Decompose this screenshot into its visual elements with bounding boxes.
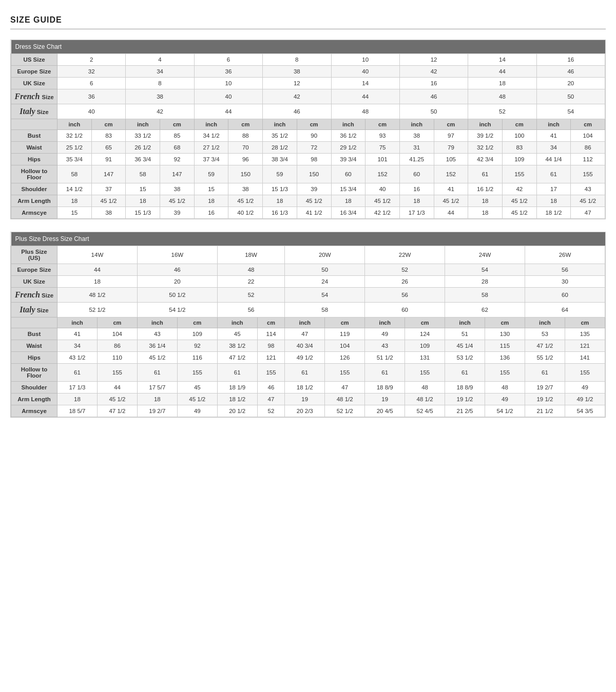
waist-label: Waist — [11, 142, 57, 154]
dress-chart-title: Dress Size Chart — [11, 40, 605, 54]
subheader-cm-1: cm — [91, 119, 126, 130]
plus-armscye-label: Armscye — [11, 405, 57, 417]
subheader-cm-8: cm — [571, 119, 605, 130]
table-row: UK Size 6 8 10 12 14 16 18 20 — [11, 78, 605, 89]
table-row: Armscye 18 5/7 47 1/2 19 2/7 49 20 1/2 5… — [11, 405, 605, 417]
table-row: Bust 41 104 43 109 45 114 47 119 49 124 … — [11, 328, 605, 340]
table-row: Hips 43 1/2 110 45 1/2 116 47 1/2 121 49… — [11, 352, 605, 364]
plus-subheader-cm-1: cm — [97, 317, 137, 328]
table-row: Hips 35 3/4 91 36 3/4 92 37 3/4 96 38 3/… — [11, 154, 605, 165]
plus-subheader-inch-1: inch — [57, 317, 98, 328]
plus-arm-length-label: Arm Length — [11, 394, 57, 405]
us-size-12: 12 — [399, 54, 468, 66]
arm-length-label: Arm Length — [11, 195, 57, 207]
plus-subheader-inch-7: inch — [525, 317, 565, 328]
plus-subheader-cm-7: cm — [565, 317, 605, 328]
us-size-8: 8 — [263, 54, 331, 66]
plus-uk-size-label: UK Size — [11, 276, 57, 288]
subheader-cm-2: cm — [160, 119, 195, 130]
bust-label: Bust — [11, 130, 57, 142]
plus-us-size-label: Plus Size (US) — [11, 246, 57, 264]
table-row: Arm Length 18 45 1/2 18 45 1/2 18 1/2 47… — [11, 394, 605, 405]
subheader-inch-6: inch — [399, 119, 434, 130]
table-row: Hollow to Floor 58 147 58 147 59 150 59 … — [11, 165, 605, 183]
plus-subheader-inch-5: inch — [365, 317, 405, 328]
plus-subheader-inch-6: inch — [445, 317, 485, 328]
italy-size-label: Italy Size — [11, 104, 57, 119]
us-size-16: 16 — [536, 54, 605, 66]
plus-shoulder-label: Shoulder — [11, 382, 57, 394]
table-row: Europe Size 44 46 48 50 52 54 56 — [11, 264, 605, 276]
plus-chart-header-row: Plus Size Dress Size Chart — [11, 232, 605, 246]
plus-subheader-cm-3: cm — [257, 317, 285, 328]
hollow-to-floor-label: Hollow to Floor — [11, 165, 57, 183]
plus-subheader-cm-5: cm — [405, 317, 445, 328]
plus-chart-title: Plus Size Dress Size Chart — [11, 232, 605, 246]
title-divider — [10, 29, 606, 29]
plus-subheader-cm-6: cm — [485, 317, 525, 328]
plus-italy-size-label: Italy Size — [11, 303, 57, 317]
subheader-cm-7: cm — [502, 119, 536, 130]
french-size-label: French Size — [11, 89, 57, 104]
subheader-inch-4: inch — [263, 119, 297, 130]
table-row: UK Size 18 20 22 24 26 28 30 — [11, 276, 605, 288]
plus-europe-size-label: Europe Size — [11, 264, 57, 276]
plus-subheader-inch-3: inch — [217, 317, 257, 328]
subheader-cm-5: cm — [365, 119, 400, 130]
table-row: Waist 25 1/2 65 26 1/2 68 27 1/2 70 28 1… — [11, 142, 605, 154]
table-row: French Size 36 38 40 42 44 46 48 50 — [11, 89, 605, 104]
subheader-inch-5: inch — [331, 119, 365, 130]
table-row: Hollow to Floor 61 155 61 155 61 155 61 … — [11, 364, 605, 382]
plus-waist-label: Waist — [11, 340, 57, 352]
armscye-label: Armscye — [11, 207, 57, 219]
us-size-4: 4 — [126, 54, 194, 66]
table-row: Plus Size (US) 14W 16W 18W 20W 22W 24W 2… — [11, 246, 605, 264]
plus-french-size-label: French Size — [11, 288, 57, 303]
table-row: Italy Size 40 42 44 46 48 50 52 54 — [11, 104, 605, 119]
table-row: inch cm inch cm inch cm inch cm inch cm … — [11, 317, 605, 328]
table-row: Italy Size 52 1/2 54 1/2 56 58 60 62 64 — [11, 303, 605, 317]
table-row: Bust 32 1/2 83 33 1/2 85 34 1/2 88 35 1/… — [11, 130, 605, 142]
plus-subheader-cm-2: cm — [177, 317, 217, 328]
plus-subheader-cm-4: cm — [325, 317, 365, 328]
subheader-inch-7: inch — [468, 119, 503, 130]
us-size-label: US Size — [11, 54, 57, 66]
table-row: inch cm inch cm inch cm inch cm inch cm … — [11, 119, 605, 130]
us-size-2: 2 — [57, 54, 126, 66]
plus-subheader-empty — [11, 317, 57, 328]
europe-size-label: Europe Size — [11, 66, 57, 78]
table-row: French Size 48 1/2 50 1/2 52 54 56 58 60 — [11, 288, 605, 303]
plus-size-chart-wrapper: Plus Size Dress Size Chart Plus Size (US… — [10, 232, 606, 418]
page-title: SIZE GUIDE — [10, 15, 606, 25]
table-row: Armscye 15 38 15 1/3 39 16 40 1/2 16 1/3… — [11, 207, 605, 219]
subheader-cm-4: cm — [297, 119, 331, 130]
table-row: Shoulder 17 1/3 44 17 5/7 45 18 1/9 46 1… — [11, 382, 605, 394]
shoulder-label: Shoulder — [11, 183, 57, 195]
dress-size-chart: Dress Size Chart US Size 2 4 6 8 10 12 1… — [11, 40, 605, 219]
subheader-empty — [11, 119, 57, 130]
dress-size-chart-wrapper: Dress Size Chart US Size 2 4 6 8 10 12 1… — [10, 40, 606, 219]
table-row: US Size 2 4 6 8 10 12 14 16 — [11, 54, 605, 66]
subheader-cm-6: cm — [434, 119, 468, 130]
hips-label: Hips — [11, 154, 57, 165]
plus-bust-label: Bust — [11, 328, 57, 340]
dress-chart-header-row: Dress Size Chart — [11, 40, 605, 54]
subheader-cm-3: cm — [228, 119, 263, 130]
table-row: Waist 34 86 36 1/4 92 38 1/2 98 40 3/4 1… — [11, 340, 605, 352]
plus-hips-label: Hips — [11, 352, 57, 364]
table-row: Europe Size 32 34 36 38 40 42 44 46 — [11, 66, 605, 78]
plus-subheader-inch-4: inch — [285, 317, 325, 328]
plus-hollow-to-floor-label: Hollow to Floor — [11, 364, 57, 382]
subheader-inch-8: inch — [536, 119, 571, 130]
subheader-inch-2: inch — [126, 119, 160, 130]
plus-subheader-inch-2: inch — [137, 317, 177, 328]
us-size-14: 14 — [468, 54, 536, 66]
plus-size-chart: Plus Size Dress Size Chart Plus Size (US… — [11, 232, 605, 417]
subheader-inch-1: inch — [57, 119, 92, 130]
table-row: Shoulder 14 1/2 37 15 38 15 38 15 1/3 39… — [11, 183, 605, 195]
us-size-6: 6 — [194, 54, 262, 66]
uk-size-label: UK Size — [11, 78, 57, 89]
us-size-10: 10 — [331, 54, 399, 66]
table-row: Arm Length 18 45 1/2 18 45 1/2 18 45 1/2… — [11, 195, 605, 207]
subheader-inch-3: inch — [194, 119, 228, 130]
